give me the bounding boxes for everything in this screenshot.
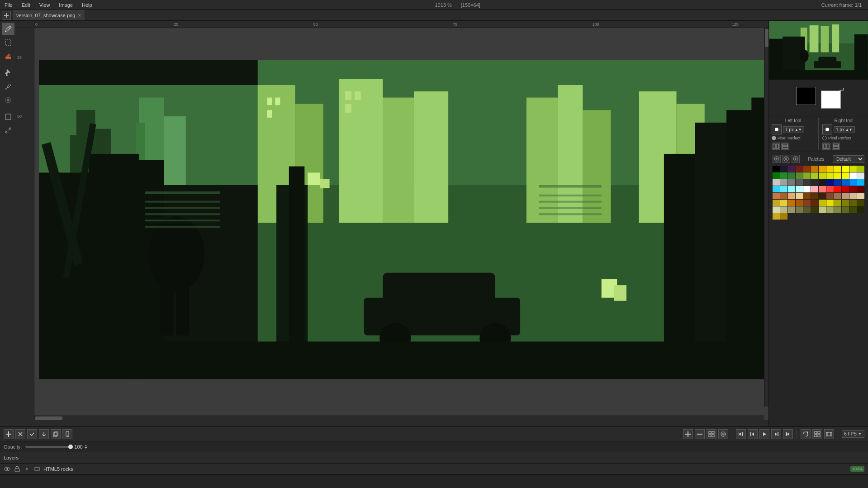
eyedropper-tool[interactable] — [2, 80, 14, 93]
color-cell[interactable] — [788, 200, 795, 206]
selection-tool[interactable] — [2, 36, 14, 49]
color-cell[interactable] — [834, 166, 841, 172]
color-cell[interactable] — [857, 179, 864, 186]
remove-frame-right-button[interactable] — [695, 429, 705, 439]
color-cell[interactable] — [803, 193, 811, 199]
color-cell[interactable] — [796, 200, 803, 206]
color-cell[interactable] — [780, 186, 787, 192]
menu-view[interactable]: View — [38, 1, 52, 9]
color-cell[interactable] — [849, 206, 857, 213]
right-symmetry-v[interactable] — [832, 143, 840, 150]
color-cell[interactable] — [811, 193, 818, 199]
color-cell[interactable] — [842, 166, 849, 172]
color-cell[interactable] — [796, 166, 803, 172]
right-tool-icon[interactable] — [822, 124, 832, 134]
paint-bucket-tool[interactable] — [2, 67, 14, 79]
menu-image[interactable]: Image — [57, 1, 75, 9]
swap-colors-button[interactable]: ⇄ — [839, 86, 844, 93]
color-cell[interactable] — [826, 172, 834, 179]
color-cell[interactable] — [803, 179, 811, 186]
color-cell[interactable] — [780, 200, 787, 206]
color-cell[interactable] — [803, 186, 811, 192]
right-symmetry-h[interactable] — [822, 143, 830, 150]
color-cell[interactable] — [834, 193, 841, 199]
copy-frame-button[interactable] — [27, 429, 37, 439]
pencil-tool[interactable] — [2, 23, 14, 35]
palette-add-button[interactable] — [773, 155, 781, 163]
left-symmetry-h[interactable] — [772, 143, 780, 150]
foreground-color-swatch[interactable] — [796, 87, 816, 105]
left-pixel-perfect-radio[interactable] — [772, 136, 776, 140]
color-cell[interactable] — [826, 193, 834, 199]
color-cell[interactable] — [842, 200, 849, 206]
color-cell[interactable] — [788, 179, 795, 186]
color-cell[interactable] — [834, 172, 841, 179]
color-cell[interactable] — [811, 186, 818, 192]
color-cell[interactable] — [788, 166, 795, 172]
line-tool[interactable] — [2, 124, 14, 137]
color-cell[interactable] — [819, 200, 826, 206]
color-cell[interactable] — [842, 172, 849, 179]
move-frame-down-button[interactable] — [39, 429, 49, 439]
right-tool-size[interactable]: 1 px ▲▼ — [834, 126, 855, 133]
color-cell[interactable] — [826, 166, 834, 172]
add-frame-right-button[interactable] — [683, 429, 693, 439]
canvas-viewport[interactable] — [34, 28, 768, 420]
color-cell[interactable] — [834, 206, 841, 213]
color-cell[interactable] — [834, 179, 841, 186]
color-cell[interactable] — [849, 200, 857, 206]
color-cell[interactable] — [849, 193, 857, 199]
color-cell[interactable] — [842, 206, 849, 213]
remove-frame-button[interactable] — [15, 429, 25, 439]
eraser-tool[interactable] — [2, 50, 14, 62]
color-cell[interactable] — [842, 186, 849, 192]
color-cell[interactable] — [857, 172, 864, 179]
color-cell[interactable] — [780, 166, 787, 172]
color-cell[interactable] — [826, 179, 834, 186]
color-cell[interactable] — [811, 166, 818, 172]
color-cell[interactable] — [780, 193, 787, 199]
tab-close-button[interactable]: × — [78, 12, 81, 19]
phone-frame-button[interactable] — [62, 429, 72, 439]
color-cell[interactable] — [819, 193, 826, 199]
color-cell[interactable] — [811, 172, 818, 179]
layers-collapse-button[interactable] — [857, 454, 864, 461]
left-symmetry-v[interactable] — [781, 143, 789, 150]
color-cell[interactable] — [842, 179, 849, 186]
color-cell[interactable] — [796, 172, 803, 179]
color-cell[interactable] — [780, 172, 787, 179]
color-cell[interactable] — [849, 179, 857, 186]
menu-file[interactable]: File — [3, 1, 14, 9]
color-cell[interactable] — [773, 186, 780, 192]
onion-skin-button[interactable] — [718, 429, 728, 439]
color-cell[interactable] — [826, 206, 834, 213]
opacity-slider[interactable] — [25, 446, 71, 448]
color-cell[interactable] — [811, 200, 818, 206]
color-cell[interactable] — [819, 166, 826, 172]
color-cell[interactable] — [849, 166, 857, 172]
color-cell[interactable] — [773, 193, 780, 199]
left-tool-size[interactable]: 1 px ▲▼ — [783, 126, 804, 133]
color-cell[interactable] — [796, 206, 803, 213]
color-cell[interactable] — [819, 206, 826, 213]
color-cell[interactable] — [788, 172, 795, 179]
fps-control[interactable]: 6 FPS — [842, 430, 864, 438]
color-cell[interactable] — [796, 193, 803, 199]
color-cell[interactable] — [857, 193, 864, 199]
menu-help[interactable]: Help — [80, 1, 94, 9]
color-cell[interactable] — [803, 172, 811, 179]
opacity-slider-thumb[interactable] — [68, 445, 73, 449]
color-cell[interactable] — [788, 193, 795, 199]
shape-tool[interactable] — [2, 110, 14, 123]
color-cell[interactable] — [773, 172, 780, 179]
color-cell[interactable] — [803, 166, 811, 172]
layer-visibility-toggle[interactable] — [4, 465, 11, 473]
color-cell[interactable] — [780, 213, 787, 220]
color-cell[interactable] — [773, 206, 780, 213]
color-cell[interactable] — [834, 186, 841, 192]
layer-lock-toggle[interactable] — [14, 465, 21, 473]
grid-view-button[interactable] — [707, 429, 716, 439]
playback-start-button[interactable] — [736, 429, 746, 439]
color-cell[interactable] — [857, 206, 864, 213]
color-cell[interactable] — [773, 179, 780, 186]
